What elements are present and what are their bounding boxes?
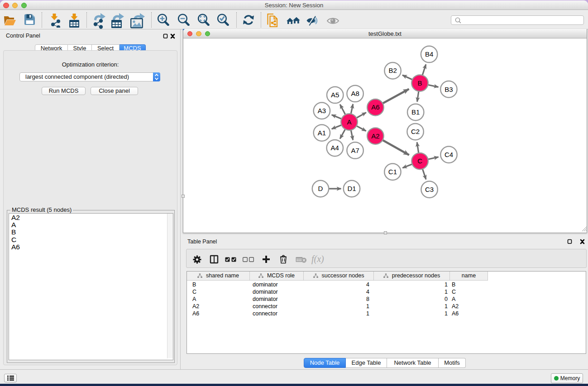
svg-text:B3: B3 bbox=[445, 86, 453, 93]
svg-text:A3: A3 bbox=[318, 107, 326, 114]
svg-text:C2: C2 bbox=[411, 128, 420, 135]
svg-text:A1: A1 bbox=[318, 129, 326, 137]
svg-text:A2: A2 bbox=[371, 132, 379, 140]
svg-text:B1: B1 bbox=[411, 108, 420, 116]
svg-text:C1: C1 bbox=[388, 168, 397, 176]
svg-text:B2: B2 bbox=[388, 67, 397, 74]
svg-text:A: A bbox=[347, 118, 351, 126]
svg-text:C3: C3 bbox=[425, 186, 434, 193]
svg-text:A6: A6 bbox=[371, 103, 379, 111]
svg-text:A7: A7 bbox=[351, 147, 359, 154]
svg-text:D1: D1 bbox=[347, 185, 356, 192]
svg-text:D: D bbox=[318, 185, 323, 192]
svg-text:B4: B4 bbox=[425, 50, 433, 58]
svg-text:B: B bbox=[417, 79, 422, 87]
svg-text:C4: C4 bbox=[445, 151, 453, 158]
svg-text:A5: A5 bbox=[331, 91, 339, 99]
svg-text:C: C bbox=[417, 157, 422, 165]
svg-text:A4: A4 bbox=[331, 144, 339, 152]
svg-text:A8: A8 bbox=[351, 90, 359, 97]
